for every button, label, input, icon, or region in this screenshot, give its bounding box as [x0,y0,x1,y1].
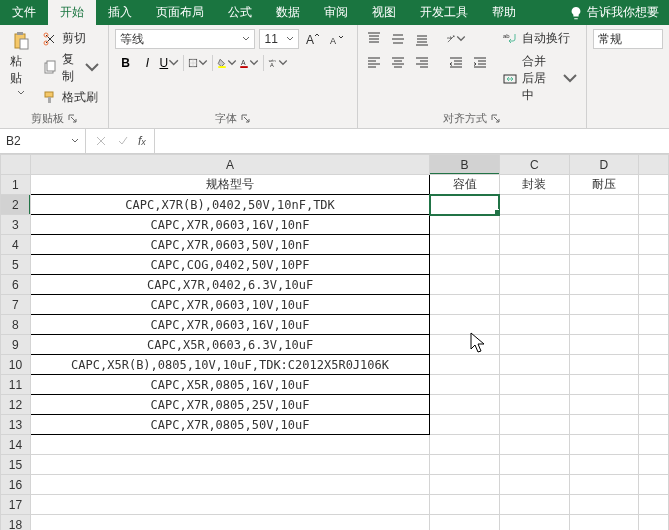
align-left-button[interactable] [364,53,384,73]
cell[interactable] [499,355,569,375]
orientation-button[interactable]: ab [446,29,466,49]
cell[interactable] [499,235,569,255]
col-header-B[interactable]: B [430,155,500,175]
cell[interactable] [639,355,669,375]
cell[interactable] [569,435,639,455]
cell[interactable]: CAPC,X5R(B),0805,10V,10uF,TDK:C2012X5R0J… [30,355,429,375]
row-header[interactable]: 10 [1,355,31,375]
dialog-launcher-icon[interactable] [241,114,251,124]
cell[interactable]: CAPC,COG,0402,50V,10PF [30,255,429,275]
dialog-launcher-icon[interactable] [68,114,78,124]
row-header[interactable]: 14 [1,435,31,455]
cell[interactable]: 规格型号 [30,175,429,195]
cell[interactable] [30,435,429,455]
tell-me-search[interactable]: 告诉我你想要 [559,0,669,25]
cell[interactable] [569,395,639,415]
row-header[interactable]: 8 [1,315,31,335]
cell[interactable] [499,515,569,531]
cell[interactable] [430,255,500,275]
cell[interactable] [639,255,669,275]
fx-icon[interactable]: fx [138,134,146,148]
cell[interactable] [499,495,569,515]
menu-tab-view[interactable]: 视图 [360,0,408,25]
row-header[interactable]: 18 [1,515,31,531]
cell[interactable] [430,495,500,515]
menu-tab-formula[interactable]: 公式 [216,0,264,25]
menu-tab-home[interactable]: 开始 [48,0,96,25]
menu-tab-data[interactable]: 数据 [264,0,312,25]
cell[interactable] [430,315,500,335]
cell[interactable] [430,235,500,255]
cell[interactable]: 封装 [499,175,569,195]
align-right-button[interactable] [412,53,432,73]
cell[interactable] [430,435,500,455]
cell[interactable]: CAPC,X7R,0603,50V,10nF [30,235,429,255]
cell[interactable] [569,295,639,315]
row-header[interactable]: 12 [1,395,31,415]
cell[interactable] [499,395,569,415]
cell[interactable] [569,255,639,275]
row-header[interactable]: 1 [1,175,31,195]
menu-tab-insert[interactable]: 插入 [96,0,144,25]
font-size-combo[interactable]: 11 [259,29,299,49]
worksheet-grid[interactable]: A B C D 1规格型号容值封装耐压2CAPC,X7R(B),0402,50V… [0,154,669,530]
cell[interactable] [430,395,500,415]
cell[interactable] [499,335,569,355]
row-header[interactable]: 9 [1,335,31,355]
row-header[interactable]: 3 [1,215,31,235]
row-header[interactable]: 4 [1,235,31,255]
row-header[interactable]: 13 [1,415,31,435]
cell[interactable] [499,275,569,295]
menu-tab-pagelayout[interactable]: 页面布局 [144,0,216,25]
cell[interactable] [569,495,639,515]
align-top-button[interactable] [364,29,384,49]
cell[interactable] [430,295,500,315]
cell[interactable]: CAPC,X7R,0603,10V,10uF [30,295,429,315]
merge-center-button[interactable]: 合并后居中 [500,52,580,105]
cell[interactable] [639,215,669,235]
cell[interactable] [639,495,669,515]
cell[interactable] [639,235,669,255]
cell[interactable] [430,195,500,215]
cell[interactable] [499,475,569,495]
cell[interactable] [499,215,569,235]
cell[interactable] [569,475,639,495]
decrease-indent-button[interactable] [446,53,466,73]
enter-icon[interactable] [116,134,130,148]
cell[interactable] [430,415,500,435]
cell[interactable] [499,375,569,395]
border-button[interactable] [188,53,208,73]
cell[interactable]: CAPC,X7R,0805,50V,10uF [30,415,429,435]
cell[interactable] [639,295,669,315]
cut-button[interactable]: 剪切 [40,29,102,48]
cell[interactable] [569,275,639,295]
cell[interactable]: CAPC,X7R,0805,25V,10uF [30,395,429,415]
wrap-text-button[interactable]: ab 自动换行 [500,29,580,48]
phonetic-button[interactable]: wénA [268,53,288,73]
cell[interactable] [499,415,569,435]
dialog-launcher-icon[interactable] [491,114,501,124]
cell[interactable] [430,515,500,531]
cell[interactable] [569,355,639,375]
cell[interactable] [569,195,639,215]
cell[interactable]: CAPC,X5R,0603,6.3V,10uF [30,335,429,355]
cell[interactable] [30,515,429,531]
cell[interactable] [569,335,639,355]
cell[interactable] [499,255,569,275]
cell[interactable] [430,275,500,295]
col-header-E[interactable] [639,155,669,175]
copy-button[interactable]: 复制 [40,50,102,86]
cell[interactable]: CAPC,X7R,0402,6.3V,10uF [30,275,429,295]
row-header[interactable]: 6 [1,275,31,295]
align-middle-button[interactable] [388,29,408,49]
row-header[interactable]: 7 [1,295,31,315]
cell[interactable] [639,315,669,335]
increase-indent-button[interactable] [470,53,490,73]
cell[interactable] [639,175,669,195]
cell[interactable] [639,515,669,531]
italic-button[interactable]: I [137,53,157,73]
cell[interactable]: 容值 [430,175,500,195]
menu-tab-review[interactable]: 审阅 [312,0,360,25]
align-bottom-button[interactable] [412,29,432,49]
cell[interactable] [430,375,500,395]
